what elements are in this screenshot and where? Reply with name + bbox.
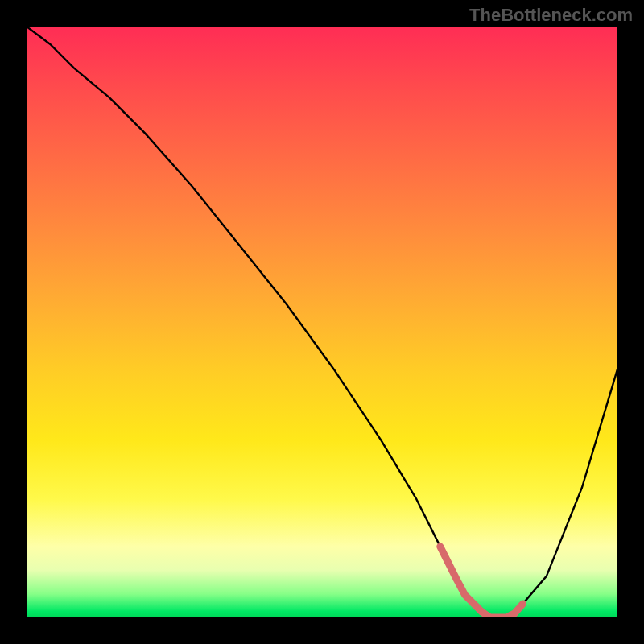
chart-plot-area	[27, 27, 617, 617]
bottleneck-curve-svg	[27, 27, 617, 617]
bottleneck-curve-line	[27, 27, 617, 617]
watermark: TheBottleneck.com	[469, 5, 633, 26]
optimal-range-highlight	[440, 547, 523, 617]
